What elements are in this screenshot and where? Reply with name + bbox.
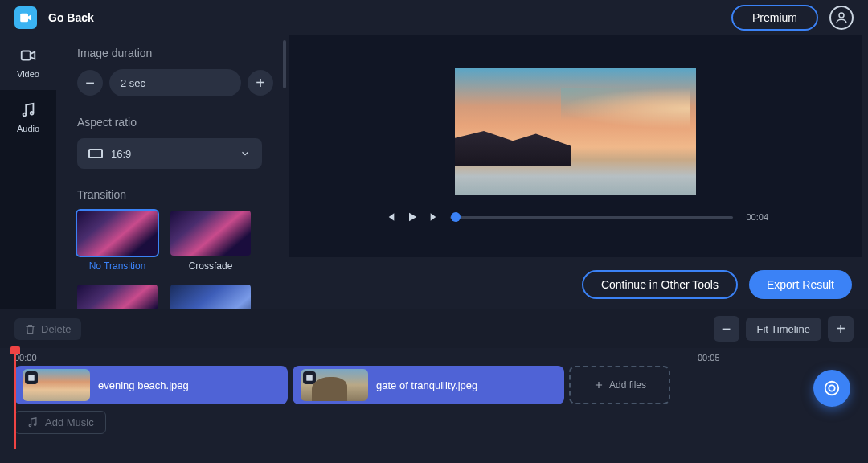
svg-rect-5: [28, 375, 35, 381]
clip-name: evening beach.jpeg: [98, 379, 189, 391]
sidebar-item-label: Audio: [17, 124, 39, 133]
svg-rect-0: [20, 14, 28, 23]
timeline-clip[interactable]: gate of tranquility.jpeg: [293, 366, 564, 404]
svg-point-9: [825, 382, 839, 395]
fit-timeline-button[interactable]: Fit Timeline: [746, 318, 821, 341]
svg-point-1: [839, 13, 844, 18]
scrub-knob[interactable]: [451, 212, 461, 222]
aspect-icon: [88, 149, 103, 158]
add-music-label: Add Music: [45, 416, 94, 428]
chevron-down-icon: [240, 148, 251, 159]
aspect-ratio-value: 16:9: [111, 148, 231, 160]
svg-point-3: [23, 113, 27, 117]
timeline-ruler[interactable]: 00:00 00:05: [14, 348, 854, 366]
sidebar-item-audio[interactable]: Audio: [0, 90, 56, 145]
svg-point-10: [829, 385, 834, 391]
clip-thumb: [23, 369, 90, 401]
zoom-in-button[interactable]: +: [828, 316, 854, 342]
image-duration-label: Image duration: [77, 47, 273, 59]
aspect-ratio-label: Aspect ratio: [77, 116, 273, 129]
skip-forward-button[interactable]: [428, 210, 442, 224]
app-icon: [14, 6, 37, 29]
svg-point-8: [34, 424, 36, 426]
duration-increase-button[interactable]: +: [248, 70, 273, 96]
plus-icon: [593, 379, 604, 391]
continue-button[interactable]: Continue in Other Tools: [582, 270, 738, 299]
skip-back-button[interactable]: [383, 210, 397, 224]
zoom-out-button[interactable]: −: [714, 316, 739, 342]
transition-thumb: [170, 285, 251, 309]
image-icon: [303, 371, 316, 384]
play-button[interactable]: [405, 210, 420, 224]
svg-rect-2: [22, 51, 31, 60]
transition-label-text: Crossfade: [170, 260, 251, 272]
transition-label-text: No Transition: [77, 260, 158, 272]
help-fab[interactable]: [813, 370, 850, 407]
add-files-button[interactable]: Add files: [569, 366, 670, 404]
go-back-link[interactable]: Go Back: [48, 11, 94, 24]
timeline-playhead[interactable]: [14, 348, 16, 449]
video-preview: [455, 68, 696, 195]
sidebar-item-video[interactable]: Video: [0, 35, 56, 90]
transition-option-extra1[interactable]: [77, 285, 158, 309]
transition-thumb: [77, 285, 158, 309]
add-files-label: Add files: [609, 379, 646, 391]
transition-label: Transition: [77, 188, 273, 201]
delete-label: Delete: [41, 323, 72, 335]
playback-time: 00:04: [746, 212, 768, 222]
clip-name: gate of tranquility.jpeg: [376, 379, 477, 391]
transition-option-extra2[interactable]: [170, 285, 251, 309]
svg-point-7: [29, 424, 31, 427]
premium-button[interactable]: Premium: [731, 5, 818, 31]
timeline-clip[interactable]: evening beach.jpeg: [14, 366, 288, 404]
profile-button[interactable]: [829, 6, 854, 30]
svg-rect-6: [306, 375, 313, 381]
transition-thumb: [170, 211, 251, 256]
music-icon: [27, 416, 39, 428]
export-button[interactable]: Export Result: [749, 270, 852, 299]
scrub-bar[interactable]: [450, 216, 733, 219]
add-music-button[interactable]: Add Music: [14, 411, 106, 434]
delete-button[interactable]: Delete: [14, 318, 81, 340]
duration-decrease-button[interactable]: −: [77, 70, 103, 96]
transition-thumb: [77, 211, 158, 256]
sidebar-item-label: Video: [17, 69, 39, 79]
aspect-ratio-select[interactable]: 16:9: [77, 138, 262, 169]
panel-scrollbar[interactable]: [283, 40, 286, 88]
clip-thumb: [301, 369, 368, 401]
image-icon: [25, 371, 38, 384]
transition-option-crossfade[interactable]: Crossfade: [170, 211, 251, 272]
ruler-tick: 00:05: [698, 353, 720, 363]
duration-value[interactable]: 2 sec: [109, 69, 241, 96]
svg-point-4: [31, 112, 34, 115]
trash-icon: [24, 323, 36, 335]
transition-option-none[interactable]: No Transition: [77, 211, 158, 272]
